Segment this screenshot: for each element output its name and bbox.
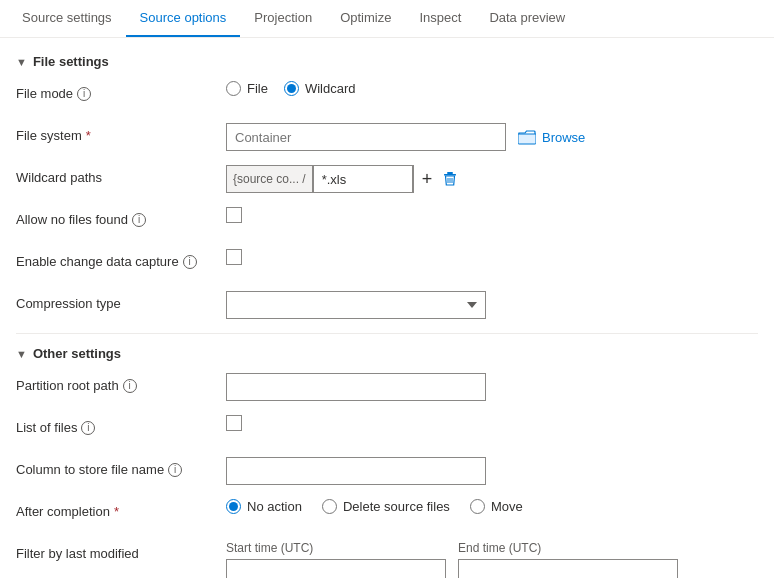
main-content: ▼ File settings File mode i File Wildcar… [0, 38, 774, 578]
file-mode-info-icon[interactable]: i [77, 87, 91, 101]
after-completion-required: * [114, 504, 119, 519]
column-to-store-info-icon[interactable]: i [168, 463, 182, 477]
wildcard-value-input[interactable] [313, 165, 413, 193]
tab-projection[interactable]: Projection [240, 0, 326, 37]
browse-label: Browse [542, 130, 585, 145]
filter-by-last-modified-row: Filter by last modified Start time (UTC)… [16, 541, 758, 578]
after-completion-move-radio[interactable] [470, 499, 485, 514]
filter-by-last-modified-label: Filter by last modified [16, 541, 226, 561]
list-of-files-row: List of files i [16, 415, 758, 443]
partition-root-path-label: Partition root path i [16, 373, 226, 393]
list-of-files-label: List of files i [16, 415, 226, 435]
tab-bar: Source settings Source options Projectio… [0, 0, 774, 38]
after-completion-delete-option[interactable]: Delete source files [322, 499, 450, 514]
start-time-col: Start time (UTC) [226, 541, 446, 578]
wildcard-path-row: {source co... / + [226, 165, 460, 193]
folder-icon [518, 129, 536, 145]
start-time-input[interactable] [226, 559, 446, 578]
after-completion-delete-label: Delete source files [343, 499, 450, 514]
compression-type-control: None bzip2 gzip deflate ZipDeflate TarGz… [226, 291, 758, 319]
wildcard-paths-control: {source co... / + [226, 165, 758, 193]
file-mode-file-option[interactable]: File [226, 81, 268, 96]
enable-change-data-info-icon[interactable]: i [183, 255, 197, 269]
end-time-input[interactable] [458, 559, 678, 578]
after-completion-no-action-label: No action [247, 499, 302, 514]
other-settings-label: Other settings [33, 346, 121, 361]
allow-no-files-row: Allow no files found i [16, 207, 758, 235]
other-settings-header[interactable]: ▼ Other settings [16, 346, 758, 361]
file-mode-wildcard-radio[interactable] [284, 81, 299, 96]
after-completion-control: No action Delete source files Move [226, 499, 758, 514]
file-mode-label: File mode i [16, 81, 226, 101]
svg-rect-1 [444, 174, 456, 176]
filter-inputs-row: Start time (UTC) End time (UTC) i [226, 541, 678, 578]
enable-change-data-label: Enable change data capture i [16, 249, 226, 269]
tab-optimize[interactable]: Optimize [326, 0, 405, 37]
wildcard-paths-row: Wildcard paths {source co... / + [16, 165, 758, 193]
compression-type-row: Compression type None bzip2 gzip deflate… [16, 291, 758, 319]
file-settings-header[interactable]: ▼ File settings [16, 54, 758, 69]
allow-no-files-info-icon[interactable]: i [132, 213, 146, 227]
svg-rect-0 [447, 172, 453, 174]
partition-root-path-input[interactable] [226, 373, 486, 401]
file-settings-label: File settings [33, 54, 109, 69]
list-of-files-checkbox[interactable] [226, 415, 242, 431]
filter-by-last-modified-control: Start time (UTC) End time (UTC) i [226, 541, 758, 578]
after-completion-row: After completion * No action Delete sour… [16, 499, 758, 527]
file-mode-control: File Wildcard [226, 81, 758, 96]
section-separator [16, 333, 758, 334]
file-system-row: File system * Browse [16, 123, 758, 151]
allow-no-files-label: Allow no files found i [16, 207, 226, 227]
compression-type-label: Compression type [16, 291, 226, 311]
column-to-store-label: Column to store file name i [16, 457, 226, 477]
plus-icon: + [422, 169, 433, 190]
enable-change-data-row: Enable change data capture i [16, 249, 758, 277]
end-time-label: End time (UTC) [458, 541, 678, 555]
start-time-label: Start time (UTC) [226, 541, 446, 555]
file-system-label: File system * [16, 123, 226, 143]
delete-wildcard-button[interactable] [440, 169, 460, 189]
file-system-required: * [86, 128, 91, 143]
after-completion-move-option[interactable]: Move [470, 499, 523, 514]
enable-change-data-checkbox[interactable] [226, 249, 242, 265]
tab-source-options[interactable]: Source options [126, 0, 241, 37]
partition-root-path-control [226, 373, 758, 401]
chevron-icon: ▼ [16, 56, 27, 68]
column-to-store-row: Column to store file name i [16, 457, 758, 485]
add-wildcard-button[interactable]: + [420, 167, 435, 192]
compression-type-select[interactable]: None bzip2 gzip deflate ZipDeflate TarGz… [226, 291, 486, 319]
tab-inspect[interactable]: Inspect [405, 0, 475, 37]
after-completion-delete-radio[interactable] [322, 499, 337, 514]
wildcard-paths-label: Wildcard paths [16, 165, 226, 185]
partition-root-path-info-icon[interactable]: i [123, 379, 137, 393]
browse-button[interactable]: Browse [514, 129, 589, 145]
file-mode-wildcard-option[interactable]: Wildcard [284, 81, 356, 96]
tab-data-preview[interactable]: Data preview [475, 0, 579, 37]
column-to-store-control [226, 457, 758, 485]
trash-icon [442, 171, 458, 187]
file-mode-row: File mode i File Wildcard [16, 81, 758, 109]
file-mode-wildcard-label: Wildcard [305, 81, 356, 96]
partition-root-path-row: Partition root path i [16, 373, 758, 401]
enable-change-data-control [226, 249, 758, 265]
wildcard-prefix-text: {source co... / [227, 166, 313, 192]
tab-source-settings[interactable]: Source settings [8, 0, 126, 37]
list-of-files-info-icon[interactable]: i [81, 421, 95, 435]
list-of-files-control [226, 415, 758, 431]
file-mode-file-radio[interactable] [226, 81, 241, 96]
after-completion-no-action-radio[interactable] [226, 499, 241, 514]
after-completion-move-label: Move [491, 499, 523, 514]
other-settings-chevron-icon: ▼ [16, 348, 27, 360]
allow-no-files-control [226, 207, 758, 223]
after-completion-no-action-option[interactable]: No action [226, 499, 302, 514]
after-completion-label: After completion * [16, 499, 226, 519]
allow-no-files-checkbox[interactable] [226, 207, 242, 223]
wildcard-prefix-container: {source co... / [226, 165, 414, 193]
file-system-input[interactable] [226, 123, 506, 151]
file-system-control: Browse [226, 123, 758, 151]
end-time-col: End time (UTC) i [458, 541, 678, 578]
column-to-store-input[interactable] [226, 457, 486, 485]
file-mode-file-label: File [247, 81, 268, 96]
